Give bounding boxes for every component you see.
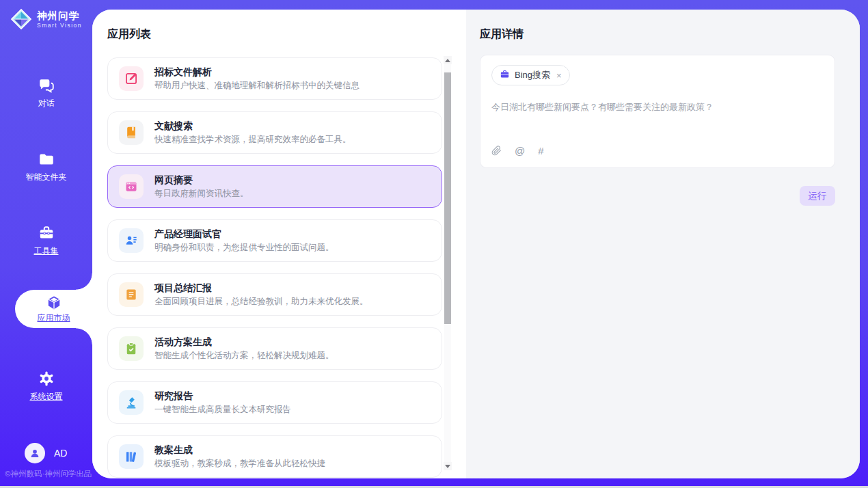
app-card-title: 招标文件解析 xyxy=(154,66,360,79)
app-card-description: 帮助用户快速、准确地理解和解析招标书中的关键信息 xyxy=(154,80,360,92)
sidebar: 神州问学 Smart Vision 对话智能文件夹工具集应用市场系统设置 AD … xyxy=(0,0,92,486)
app-card-webpage-summary[interactable]: 网页摘要每日政府新闻资讯快查。 xyxy=(107,165,442,208)
user-avatar-icon xyxy=(25,443,45,463)
input-toolbar: @# xyxy=(491,145,824,158)
sidebar-item-label: 应用市场 xyxy=(38,312,70,324)
sidebar-item-label: 系统设置 xyxy=(30,391,63,403)
app-detail-title: 应用详情 xyxy=(480,27,524,42)
prompt-input[interactable]: 今日湖北有哪些新闻要点？有哪些需要关注的最新政策？ xyxy=(491,100,824,145)
app-card-description: 明确身份和职责，为您提供专业性的面试问题。 xyxy=(154,242,334,254)
app-card-title: 活动方案生成 xyxy=(154,336,334,349)
app-card-description: 智能生成个性化活动方案，轻松解决规划难题。 xyxy=(154,350,334,362)
tag-close-icon[interactable]: × xyxy=(556,71,562,80)
sidebar-item-app-market[interactable]: 应用市场 xyxy=(15,290,92,328)
app-card-literature-search[interactable]: 文献搜索快速精准查找学术资源，提高研究效率的必备工具。 xyxy=(107,111,442,154)
brand-logo: 神州问学 Smart Vision xyxy=(0,8,92,30)
research-icon xyxy=(119,390,144,415)
cube-icon xyxy=(46,295,62,311)
app-card-title: 网页摘要 xyxy=(154,174,249,187)
chat-icon xyxy=(38,77,55,94)
scrollbar-thumb[interactable] xyxy=(444,72,451,324)
app-list-title: 应用列表 xyxy=(107,27,151,42)
webpage-code-icon xyxy=(119,174,144,199)
app-window: 神州问学 Smart Vision 对话智能文件夹工具集应用市场系统设置 AD … xyxy=(0,0,868,486)
app-card-title: 教案生成 xyxy=(154,444,325,457)
user-profile[interactable]: AD xyxy=(25,443,67,463)
paperclip-icon[interactable] xyxy=(491,146,502,156)
app-card-description: 一键智能生成高质量长文本研究报告 xyxy=(154,404,291,416)
tool-tag-label: Bing搜索 xyxy=(515,69,550,81)
app-card-title: 文献搜索 xyxy=(154,120,351,133)
interviewer-icon xyxy=(119,228,144,253)
scrollbar[interactable] xyxy=(444,56,452,470)
sidebar-item-label: 智能文件夹 xyxy=(26,172,67,183)
tool-tag-bing-search[interactable]: Bing搜索 × xyxy=(491,65,570,85)
app-card-list: 招标文件解析帮助用户快速、准确地理解和解析招标书中的关键信息文献搜索快速精准查找… xyxy=(107,57,442,478)
run-button[interactable]: 运行 xyxy=(800,186,835,206)
app-card-bid-analysis[interactable]: 招标文件解析帮助用户快速、准确地理解和解析招标书中的关键信息 xyxy=(107,57,442,100)
app-card-title: 项目总结汇报 xyxy=(154,282,368,295)
clipboard-check-icon xyxy=(119,336,144,361)
app-card-research-report[interactable]: 研究报告一键智能生成高质量长文本研究报告 xyxy=(107,381,442,424)
edit-document-icon xyxy=(119,66,144,91)
app-card-description: 快速精准查找学术资源，提高研究效率的必备工具。 xyxy=(154,134,351,146)
app-card-description: 模板驱动，教案秒成，教学准备从此轻松快捷 xyxy=(154,458,325,470)
at-icon[interactable]: @ xyxy=(515,145,525,157)
copyright-text: ©神州数码·神州问学出品 xyxy=(5,469,97,479)
app-card-pm-interviewer[interactable]: 产品经理面试官明确身份和职责，为您提供专业性的面试问题。 xyxy=(107,219,442,262)
user-initials: AD xyxy=(54,448,67,459)
gear-icon xyxy=(38,370,55,388)
sidebar-item-chat[interactable]: 对话 xyxy=(0,77,92,109)
scrollbar-up-arrow[interactable] xyxy=(444,56,452,64)
app-list-panel: 应用列表 招标文件解析帮助用户快速、准确地理解和解析招标书中的关键信息文献搜索快… xyxy=(92,10,466,478)
book-icon xyxy=(119,120,144,145)
prompt-card: Bing搜索 × 今日湖北有哪些新闻要点？有哪些需要关注的最新政策？ @# xyxy=(480,55,835,168)
brand-name: 神州问学 xyxy=(37,10,82,22)
app-card-event-plan[interactable]: 活动方案生成智能生成个性化活动方案，轻松解决规划难题。 xyxy=(107,327,442,370)
hash-icon[interactable]: # xyxy=(538,145,543,157)
scrollbar-down-arrow[interactable] xyxy=(444,462,452,470)
sidebar-item-toolbox[interactable]: 工具集 xyxy=(0,224,92,257)
app-card-description: 全面回顾项目进展，总结经验教训，助力未来优化发展。 xyxy=(154,296,368,308)
app-card-project-summary[interactable]: 项目总结汇报全面回顾项目进展，总结经验教训，助力未来优化发展。 xyxy=(107,273,442,316)
app-card-lesson-plan[interactable]: 教案生成模板驱动，教案秒成，教学准备从此轻松快捷 xyxy=(107,435,442,478)
briefcase-icon xyxy=(500,69,510,82)
folder-icon xyxy=(38,150,55,168)
app-detail-panel: 应用详情 Bing搜索 × 今日湖北有哪些新闻要点？有哪些需要关注的最新政策？ … xyxy=(466,10,860,478)
brand-subtitle: Smart Vision xyxy=(37,22,82,29)
app-card-description: 每日政府新闻资讯快查。 xyxy=(154,188,249,200)
diamond-logo-icon xyxy=(10,8,32,30)
app-card-title: 研究报告 xyxy=(154,390,291,403)
toolbox-icon xyxy=(38,224,55,242)
app-card-title: 产品经理面试官 xyxy=(154,228,334,241)
content-area: 应用列表 招标文件解析帮助用户快速、准确地理解和解析招标书中的关键信息文献搜索快… xyxy=(92,10,860,478)
books-icon xyxy=(119,444,144,469)
sidebar-item-label: 对话 xyxy=(38,98,55,109)
sidebar-item-smart-folder[interactable]: 智能文件夹 xyxy=(0,150,92,183)
summary-note-icon xyxy=(119,282,144,307)
sidebar-item-settings[interactable]: 系统设置 xyxy=(0,370,92,403)
sidebar-item-label: 工具集 xyxy=(34,245,59,257)
